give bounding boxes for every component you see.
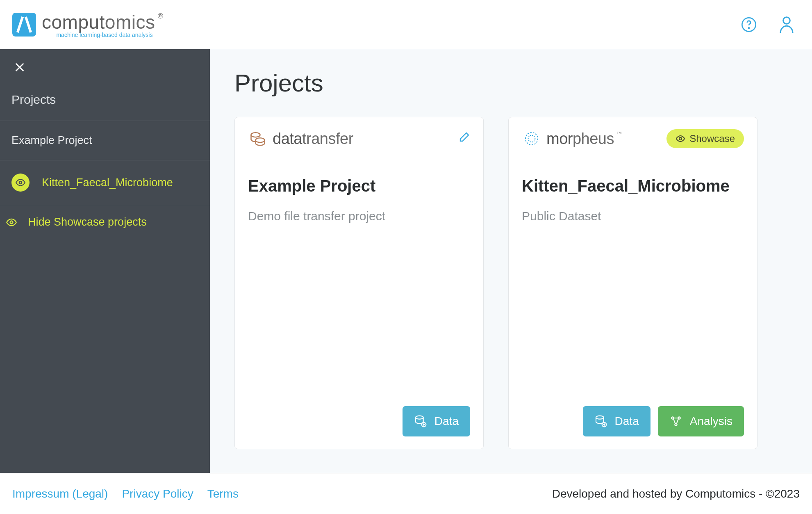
svg-point-1 <box>748 27 749 28</box>
page-title: Projects <box>234 69 796 97</box>
svg-point-11 <box>679 137 682 140</box>
footer-copyright: Developed and hosted by Computomics - ©2… <box>552 487 800 500</box>
project-cards: datatransfer Example Project Demo file t… <box>234 117 796 449</box>
showcase-eye-icon <box>11 174 30 192</box>
svg-point-14 <box>671 417 673 419</box>
app-header: computomics ® machine learning-based dat… <box>0 0 812 49</box>
registered-icon: ® <box>158 12 164 21</box>
svg-point-16 <box>675 423 677 425</box>
data-button[interactable]: Data <box>403 406 470 436</box>
svg-point-4 <box>10 221 13 224</box>
sidebar-item-kitten[interactable]: Kitten_Faecal_Microbiome <box>0 160 210 205</box>
sidebar-section-title: Projects <box>0 82 210 121</box>
logo-tagline: machine learning-based data analysis <box>56 32 152 38</box>
svg-point-3 <box>19 181 22 184</box>
sidebar: Projects Example Project Kitten_Faecal_M… <box>0 49 210 473</box>
datatransfer-icon <box>248 129 268 148</box>
card-brand-datatransfer: datatransfer <box>248 129 353 148</box>
user-icon <box>778 15 795 34</box>
card-title: Kitten_Faecal_Microbiome <box>522 175 744 197</box>
logo[interactable]: computomics ® machine learning-based dat… <box>12 11 155 38</box>
help-button[interactable] <box>740 16 758 34</box>
footer-link-impressum[interactable]: Impressum (Legal) <box>12 487 108 500</box>
sidebar-item-label: Example Project <box>11 134 92 147</box>
card-brand-morpheus: morpheus ™ <box>522 129 622 148</box>
project-card-kitten: morpheus ™ Showcase Kitten_Faecal_Microb… <box>508 117 757 449</box>
trademark-icon: ™ <box>616 130 622 137</box>
showcase-badge: Showcase <box>666 129 744 148</box>
hide-showcase-toggle[interactable]: Hide Showcase projects <box>0 205 210 239</box>
svg-point-5 <box>251 132 260 137</box>
user-button[interactable] <box>778 16 796 34</box>
sidebar-item-example-project[interactable]: Example Project <box>0 121 210 160</box>
database-icon <box>414 415 427 428</box>
svg-point-7 <box>416 416 423 419</box>
help-icon <box>741 16 757 33</box>
toggle-label: Hide Showcase projects <box>28 216 147 228</box>
footer: Impressum (Legal) Privacy Policy Terms D… <box>0 473 812 514</box>
main-content: Projects <box>210 49 812 473</box>
eye-icon <box>6 217 17 228</box>
data-button[interactable]: Data <box>583 406 651 436</box>
analysis-icon <box>669 415 682 428</box>
dna-logo-icon <box>12 13 36 37</box>
close-icon <box>14 62 25 73</box>
card-title: Example Project <box>248 175 470 197</box>
svg-point-9 <box>525 132 538 145</box>
svg-point-10 <box>528 135 535 142</box>
svg-point-12 <box>596 416 604 419</box>
morpheus-icon <box>522 129 541 148</box>
svg-point-6 <box>256 138 265 142</box>
footer-link-privacy[interactable]: Privacy Policy <box>122 487 193 500</box>
close-sidebar-button[interactable] <box>0 49 210 82</box>
svg-point-15 <box>678 417 680 419</box>
svg-point-2 <box>783 17 790 24</box>
card-description: Public Dataset <box>522 209 744 223</box>
project-card-example: datatransfer Example Project Demo file t… <box>234 117 484 449</box>
logo-text: computomics ® <box>42 11 155 33</box>
sidebar-item-label: Kitten_Faecal_Microbiome <box>42 176 173 189</box>
pencil-icon <box>457 131 470 144</box>
edit-project-button[interactable] <box>457 131 470 146</box>
eye-icon <box>676 134 685 144</box>
footer-link-terms[interactable]: Terms <box>207 487 239 500</box>
analysis-button[interactable]: Analysis <box>658 406 744 436</box>
card-description: Demo file transfer project <box>248 209 470 223</box>
database-icon <box>594 415 607 428</box>
